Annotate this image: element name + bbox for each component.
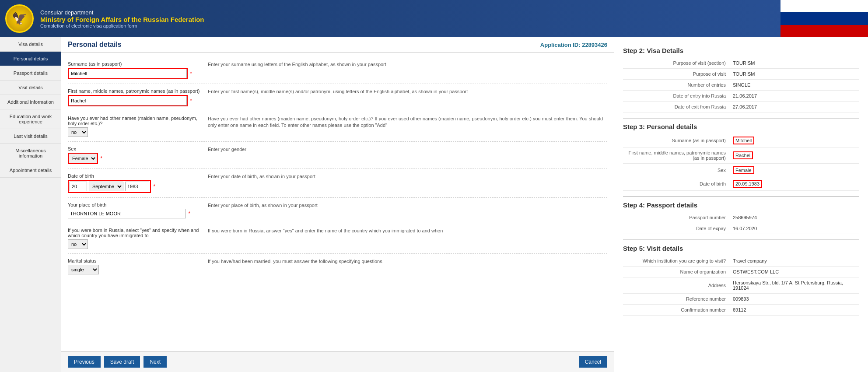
sidebar-item-visa-details[interactable]: Visa details — [0, 37, 61, 52]
header-text: Consular department Ministry of Foreign … — [40, 9, 863, 28]
label-cell: Surname (as in passport) — [623, 134, 729, 147]
table-row: Reference number 009893 — [623, 294, 859, 305]
value-cell: SINGLE — [729, 80, 859, 91]
sex-label: Sex — [68, 146, 203, 151]
value-cell: OSTWEST.COM LLC — [729, 267, 859, 277]
sex-select[interactable]: Female Male — [69, 154, 97, 163]
sidebar-item-additional-info[interactable]: Additional information — [0, 95, 61, 109]
firstname-row: First name, middle names, patronymic nam… — [68, 84, 607, 111]
value-cell: TOURISM — [729, 58, 859, 69]
surname-input[interactable] — [69, 69, 187, 78]
page-header: 🦅 Consular department Ministry of Foreig… — [0, 0, 868, 37]
sidebar-item-miscellaneous[interactable]: Miscellaneous information — [0, 144, 61, 163]
flag-white-stripe — [780, 0, 868, 12]
sidebar-item-passport-details[interactable]: Passport details — [0, 66, 61, 81]
firstname-input[interactable] — [69, 96, 187, 105]
label-cell: Name of organization — [623, 267, 729, 277]
sidebar-item-appointment[interactable]: Appointment details — [0, 163, 61, 178]
dob-highlight: Septembe January February March April Ma… — [68, 180, 151, 193]
born-russia-select[interactable]: no yes — [68, 239, 88, 249]
surname-label: Surname (as in passport) — [68, 61, 203, 67]
other-names-select[interactable]: no yes — [68, 127, 88, 137]
dob-day-input[interactable] — [70, 182, 87, 191]
value-cell: Mitchell — [729, 134, 859, 147]
main-container: Visa details Personal details Passport d… — [0, 37, 868, 372]
born-russia-desc: If you were born in Russia, answer "yes"… — [208, 228, 607, 234]
value-cell: 21.06.2017 — [729, 91, 859, 102]
table-row: Date of expiry 16.07.2020 — [623, 223, 859, 234]
sidebar-item-visit-details[interactable]: Visit details — [0, 81, 61, 95]
page-title: Personal details — [68, 41, 122, 49]
form-subtitle: Completion of electronic visa applicatio… — [40, 23, 863, 28]
bottom-navigation: Previous Save draft Next Cancel — [61, 351, 614, 372]
value-cell: Rachel — [729, 147, 859, 164]
table-row: Name of organization OSTWEST.COM LLC — [623, 267, 859, 277]
firstname-summary-value: Rachel — [733, 151, 753, 159]
surname-row: Surname (as in passport) * Enter your su… — [68, 57, 607, 84]
dob-required: * — [153, 183, 155, 190]
app-id-label: Application ID: — [540, 42, 581, 48]
place-of-birth-input[interactable] — [68, 209, 186, 218]
marital-desc: If you have/had been married, you must a… — [208, 258, 607, 265]
marital-select[interactable]: single married divorced widowed — [68, 265, 99, 274]
sex-required: * — [100, 155, 102, 161]
firstname-required: * — [190, 98, 192, 104]
sidebar-item-education-work[interactable]: Education and work experience — [0, 109, 61, 129]
table-row: Date of entry into Russia 21.06.2017 — [623, 91, 859, 102]
value-cell: 27.06.2017 — [729, 102, 859, 112]
previous-button[interactable]: Previous — [68, 356, 101, 368]
dob-year-input[interactable] — [125, 182, 149, 191]
place-of-birth-field-group: Your place of birth * — [68, 202, 208, 218]
table-row: Date of birth 20.09.1983 — [623, 177, 859, 191]
save-draft-button[interactable]: Save draft — [104, 356, 140, 368]
label-cell: Date of entry into Russia — [623, 91, 729, 102]
app-id-value: 22893426 — [582, 42, 607, 48]
label-cell: Date of expiry — [623, 223, 729, 234]
value-cell: Travel company — [729, 256, 859, 267]
born-russia-field-group: If you were born in Russia, select "yes"… — [68, 228, 208, 249]
cancel-button[interactable]: Cancel — [579, 356, 607, 368]
label-cell: Sex — [623, 164, 729, 177]
ministry-name: Ministry of Foreign Affairs of the Russi… — [40, 16, 863, 23]
step3-table: Surname (as in passport) Mitchell First … — [623, 134, 859, 191]
label-cell: Passport number — [623, 212, 729, 223]
firstname-highlight — [68, 95, 188, 106]
other-names-field-group: Have you ever had other names (maiden na… — [68, 116, 208, 137]
table-row: Confirmation number 69112 — [623, 305, 859, 316]
label-cell: Number of entries — [623, 80, 729, 91]
table-row: Address Hersonskaya Str., bld. 1/7 A, St… — [623, 277, 859, 294]
dob-row: Date of birth Septembe January February … — [68, 169, 607, 198]
sidebar-item-last-visit[interactable]: Last visit details — [0, 129, 61, 144]
content-header: Personal details Application ID: 2289342… — [61, 37, 614, 53]
dob-summary-value: 20.09.1983 — [733, 180, 762, 188]
label-cell: Purpose of visit — [623, 69, 729, 80]
value-cell: TOURISM — [729, 69, 859, 80]
sidebar-item-personal-details[interactable]: Personal details — [0, 52, 61, 66]
sex-field-group: Sex Female Male * — [68, 146, 208, 164]
step5-table: Which institution you are going to visit… — [623, 256, 859, 316]
marital-label: Marital status — [68, 258, 203, 263]
value-cell: 16.07.2020 — [729, 223, 859, 234]
sex-highlight: Female Male — [68, 153, 98, 164]
firstname-desc: Enter your first name(s), middle name(s)… — [208, 88, 607, 95]
panels-wrapper: Personal details Application ID: 2289342… — [61, 37, 868, 372]
sidebar: Visa details Personal details Passport d… — [0, 37, 61, 372]
dob-month-select[interactable]: Septembe January February March April Ma… — [89, 182, 123, 191]
label-cell: Address — [623, 277, 729, 294]
born-russia-label: If you were born in Russia, select "yes"… — [68, 228, 203, 238]
label-cell: First name, middle names, patronymic nam… — [623, 147, 729, 164]
dob-field-group: Date of birth Septembe January February … — [68, 173, 208, 193]
value-cell: 009893 — [729, 294, 859, 305]
table-row: Which institution you are going to visit… — [623, 256, 859, 267]
application-id: Application ID: 22893426 — [540, 42, 607, 48]
value-cell: 258695974 — [729, 212, 859, 223]
next-button[interactable]: Next — [144, 356, 167, 368]
label-cell: Date of exit from Russia — [623, 102, 729, 112]
russian-flag — [780, 0, 868, 37]
place-of-birth-label: Your place of birth — [68, 202, 203, 207]
place-of-birth-row: Your place of birth * Enter your place o… — [68, 198, 607, 223]
marital-status-row: Marital status single married divorced w… — [68, 254, 607, 279]
flag-blue-stripe — [780, 12, 868, 25]
ministry-logo: 🦅 — [5, 4, 34, 33]
place-of-birth-required: * — [188, 211, 190, 217]
